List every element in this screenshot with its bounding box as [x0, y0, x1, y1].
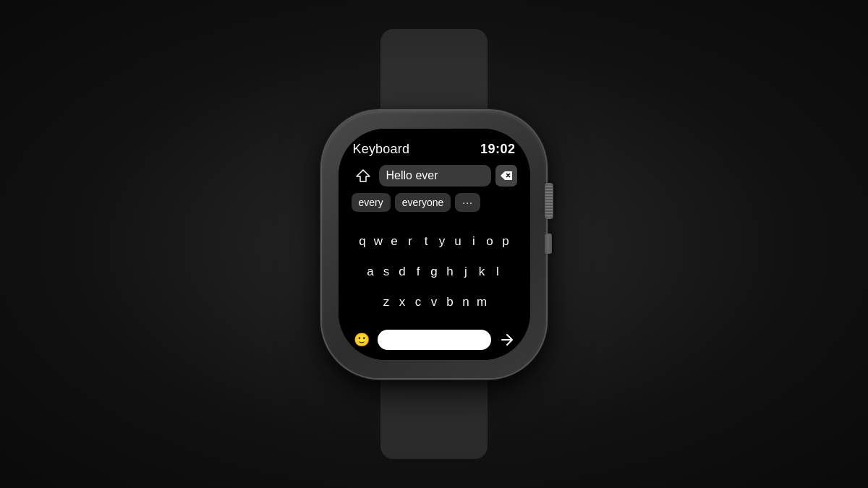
- key-u[interactable]: u: [450, 234, 466, 249]
- key-m[interactable]: m: [474, 295, 490, 309]
- watch-side-button[interactable]: [545, 234, 552, 254]
- watch-app-title: Keyboard: [353, 142, 410, 157]
- keyboard-row-1: q w e r t y u i o p: [350, 234, 519, 249]
- key-o[interactable]: o: [482, 234, 498, 249]
- key-h[interactable]: h: [442, 265, 458, 279]
- shift-button[interactable]: [352, 164, 375, 187]
- suggestion-everyone[interactable]: everyone: [395, 193, 451, 212]
- key-b[interactable]: b: [442, 295, 458, 309]
- suggestions-row: every everyone ···: [350, 193, 519, 212]
- watch-screen: Keyboard 19:02 Hello ever: [339, 129, 530, 360]
- keyboard-row-3: z x c v b n m: [350, 295, 519, 309]
- watch-case: Keyboard 19:02 Hello ever: [322, 111, 546, 378]
- suggestion-every[interactable]: every: [352, 193, 391, 212]
- key-i[interactable]: i: [466, 234, 482, 249]
- backspace-button[interactable]: [495, 165, 517, 187]
- key-a[interactable]: a: [362, 265, 378, 279]
- keyboard-area: q w e r t y u i o p a s d: [350, 219, 519, 325]
- key-s[interactable]: s: [378, 265, 394, 279]
- key-k[interactable]: k: [474, 265, 490, 279]
- watch-crown[interactable]: [545, 183, 553, 219]
- key-p[interactable]: p: [498, 234, 514, 249]
- spacebar[interactable]: [378, 330, 491, 350]
- suggestions-more-button[interactable]: ···: [455, 193, 480, 212]
- key-t[interactable]: t: [418, 234, 434, 249]
- key-n[interactable]: n: [458, 295, 474, 309]
- input-row: Hello ever: [350, 164, 519, 187]
- watch-header: Keyboard 19:02: [350, 142, 519, 157]
- key-v[interactable]: v: [426, 295, 442, 309]
- key-f[interactable]: f: [410, 265, 426, 279]
- key-q[interactable]: q: [354, 234, 370, 249]
- key-j[interactable]: j: [458, 265, 474, 279]
- send-button[interactable]: [497, 330, 517, 350]
- watch-band-bottom: [380, 365, 488, 459]
- scene: Keyboard 19:02 Hello ever: [0, 0, 868, 488]
- keyboard-row-2: a s d f g h j k l: [350, 265, 519, 279]
- watch-time: 19:02: [480, 142, 516, 157]
- key-c[interactable]: c: [410, 295, 426, 309]
- key-w[interactable]: w: [370, 234, 386, 249]
- key-e[interactable]: e: [386, 234, 402, 249]
- key-d[interactable]: d: [394, 265, 410, 279]
- key-l[interactable]: l: [490, 265, 506, 279]
- key-x[interactable]: x: [394, 295, 410, 309]
- text-input[interactable]: Hello ever: [379, 165, 491, 187]
- emoji-button[interactable]: 🙂: [352, 330, 372, 350]
- key-z[interactable]: z: [378, 295, 394, 309]
- key-r[interactable]: r: [402, 234, 418, 249]
- bottom-bar: 🙂: [350, 325, 519, 350]
- watch-band-top: [380, 29, 488, 123]
- watch-bezel: Keyboard 19:02 Hello ever: [339, 129, 530, 360]
- key-y[interactable]: y: [434, 234, 450, 249]
- key-g[interactable]: g: [426, 265, 442, 279]
- emoji-icon: 🙂: [354, 332, 370, 348]
